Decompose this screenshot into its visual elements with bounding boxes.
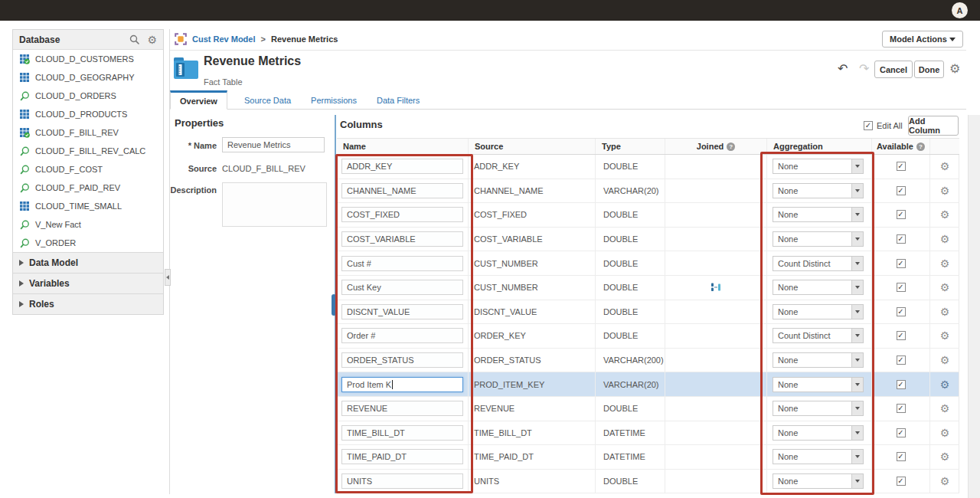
- available-checkbox[interactable]: [897, 428, 906, 437]
- tab-data-filters[interactable]: Data Filters: [368, 90, 429, 110]
- available-checkbox[interactable]: [897, 283, 906, 292]
- available-checkbox[interactable]: [897, 380, 906, 389]
- user-avatar[interactable]: A: [952, 2, 968, 18]
- add-column-button[interactable]: Add Column: [908, 116, 959, 136]
- available-checkbox[interactable]: [897, 452, 906, 461]
- available-checkbox[interactable]: [897, 234, 906, 244]
- column-options-gear-icon[interactable]: [940, 476, 950, 487]
- database-table-item[interactable]: CLOUD_D_GEOGRAPHY: [13, 68, 163, 87]
- aggregation-select[interactable]: None: [773, 207, 864, 222]
- column-name-input[interactable]: COST_VARIABLE: [341, 231, 463, 247]
- tab-permissions[interactable]: Permissions: [302, 90, 366, 110]
- column-name-input[interactable]: UNITS: [341, 473, 463, 489]
- aggregation-select[interactable]: None: [773, 425, 864, 441]
- aggregation-select[interactable]: None: [773, 449, 864, 464]
- column-options-gear-icon[interactable]: [940, 428, 950, 438]
- sidebar-section-data-model[interactable]: Data Model: [13, 252, 163, 273]
- database-table-item[interactable]: V_ORDER: [13, 234, 163, 252]
- column-name-input[interactable]: TIME_BILL_DT: [341, 425, 463, 441]
- type-cell: DATETIME: [596, 445, 665, 470]
- search-icon[interactable]: [129, 34, 139, 44]
- aggregation-select[interactable]: None: [773, 159, 864, 174]
- available-checkbox[interactable]: [897, 404, 906, 413]
- available-checkbox[interactable]: [897, 186, 906, 195]
- model-actions-button[interactable]: Model Actions: [882, 31, 963, 48]
- column-options-gear-icon[interactable]: [940, 330, 950, 341]
- available-checkbox[interactable]: [897, 355, 906, 365]
- app-window: A Database: [0, 0, 980, 498]
- column-options-gear-icon[interactable]: [940, 161, 950, 172]
- column-name-input[interactable]: ADDR_KEY: [341, 159, 463, 174]
- name-field[interactable]: Revenue Metrics: [222, 137, 325, 152]
- column-options-gear-icon[interactable]: [940, 355, 950, 365]
- breadcrumb-model-link[interactable]: Cust Rev Model: [192, 34, 256, 44]
- header-type: Type: [596, 139, 665, 154]
- column-options-gear-icon[interactable]: [940, 282, 950, 293]
- database-table-item[interactable]: CLOUD_F_COST: [13, 160, 163, 179]
- tab-source-data[interactable]: Source Data: [235, 90, 300, 110]
- column-options-gear-icon[interactable]: [940, 451, 950, 462]
- settings-gear-icon[interactable]: [949, 63, 960, 75]
- column-name-input[interactable]: Order #: [341, 328, 463, 343]
- database-table-item[interactable]: CLOUD_F_BILL_REV: [13, 123, 163, 142]
- column-name-input[interactable]: Prod Item K: [341, 377, 463, 392]
- available-checkbox[interactable]: [897, 307, 906, 316]
- cancel-button[interactable]: Cancel: [874, 61, 913, 78]
- column-name-input[interactable]: COST_FIXED: [341, 207, 463, 222]
- sidebar-gear-icon[interactable]: [147, 34, 157, 45]
- column-options-gear-icon[interactable]: [940, 258, 950, 269]
- column-options-gear-icon[interactable]: [940, 379, 950, 390]
- database-table-item[interactable]: V_New Fact: [13, 215, 163, 234]
- column-name-input[interactable]: ORDER_STATUS: [341, 352, 463, 368]
- column-name-input[interactable]: TIME_PAID_DT: [341, 449, 463, 464]
- tab-overview[interactable]: Overview: [170, 90, 227, 110]
- database-table-item[interactable]: CLOUD_D_CUSTOMERS: [13, 50, 163, 68]
- aggregation-select[interactable]: None: [773, 352, 864, 368]
- joined-cell: [665, 276, 767, 300]
- sidebar-section-roles[interactable]: Roles: [13, 293, 163, 314]
- column-options-gear-icon[interactable]: [940, 185, 950, 196]
- sidebar-section-variables[interactable]: Variables: [13, 273, 163, 293]
- table-checked-icon: [19, 127, 30, 138]
- column-options-gear-icon[interactable]: [940, 234, 950, 244]
- breadcrumb-separator: >: [261, 34, 266, 44]
- vertical-scrollbar[interactable]: [968, 115, 980, 498]
- column-name-input[interactable]: Cust Key: [341, 280, 463, 295]
- splitter-thumb[interactable]: [332, 294, 336, 316]
- available-checkbox[interactable]: [897, 331, 906, 340]
- aggregation-select[interactable]: Count Distinct: [773, 256, 864, 271]
- aggregation-select[interactable]: None: [773, 280, 864, 295]
- available-checkbox[interactable]: [897, 162, 906, 171]
- column-options-gear-icon[interactable]: [940, 403, 950, 414]
- available-checkbox[interactable]: [897, 259, 906, 268]
- database-table-item[interactable]: CLOUD_F_BILL_REV_CALC: [13, 142, 163, 160]
- column-name-input[interactable]: Cust #: [341, 256, 463, 271]
- column-options-gear-icon[interactable]: [940, 209, 950, 220]
- source-cell: TIME_PAID_DT: [469, 445, 596, 470]
- database-table-item[interactable]: CLOUD_TIME_SMALL: [13, 197, 163, 215]
- column-options-gear-icon[interactable]: [940, 306, 950, 317]
- aggregation-select[interactable]: Count Distinct: [773, 328, 864, 343]
- aggregation-select[interactable]: None: [773, 231, 864, 247]
- aggregation-select[interactable]: None: [773, 304, 864, 319]
- aggregation-select[interactable]: None: [773, 473, 864, 489]
- undo-icon[interactable]: [838, 61, 848, 76]
- column-name-input[interactable]: REVENUE: [341, 401, 463, 416]
- available-checkbox[interactable]: [897, 210, 906, 219]
- available-checkbox[interactable]: [897, 477, 906, 486]
- column-name-input[interactable]: CHANNEL_NAME: [341, 183, 463, 198]
- aggregation-cell: None: [767, 228, 872, 252]
- edit-all-checkbox[interactable]: [864, 121, 873, 130]
- done-button[interactable]: Done: [914, 61, 944, 78]
- database-table-item[interactable]: CLOUD_F_PAID_REV: [13, 179, 163, 197]
- help-icon[interactable]: [916, 143, 925, 151]
- aggregation-select[interactable]: None: [773, 183, 864, 198]
- aggregation-select[interactable]: None: [773, 401, 864, 416]
- description-field[interactable]: [222, 182, 327, 227]
- column-name-input[interactable]: DISCNT_VALUE: [341, 304, 463, 319]
- aggregation-select[interactable]: None: [773, 377, 864, 392]
- help-icon[interactable]: [727, 143, 735, 151]
- database-table-item[interactable]: CLOUD_D_PRODUCTS: [13, 105, 163, 123]
- sidebar-collapse-handle[interactable]: [165, 269, 171, 286]
- database-table-item[interactable]: CLOUD_D_ORDERS: [13, 87, 163, 105]
